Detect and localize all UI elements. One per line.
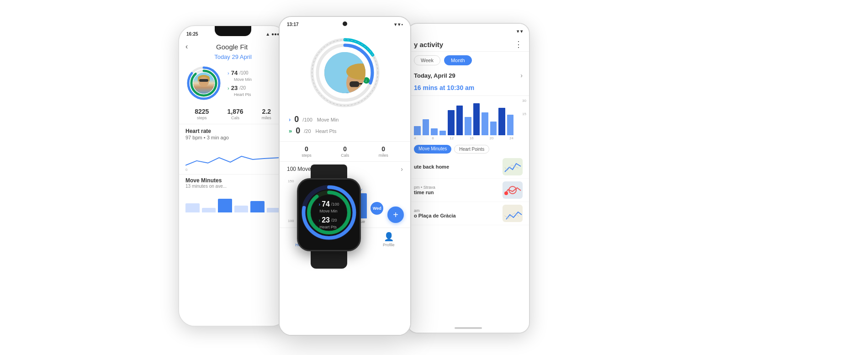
center-heart-pts-row: » 0 /20 Heart Pts <box>289 126 401 136</box>
right-filter-tabs: Move Minutes Heart Points <box>408 143 529 155</box>
center-heart-val: 0 <box>296 126 300 136</box>
cals-label: Cals <box>228 116 243 120</box>
svg-text:0: 0 <box>185 168 188 172</box>
activity-info-2: pm • Strava time run <box>414 185 499 195</box>
center-cals-value: 0 <box>341 145 349 153</box>
right-activity-detail: 16 mins at 10:30 am <box>408 82 529 96</box>
right-x-labels: 4 8 12 16 20 24 <box>414 135 523 140</box>
right-bars-container <box>414 99 523 135</box>
miles-value: 2.2 <box>262 108 271 115</box>
center-steps-value: 0 <box>302 145 312 153</box>
right-bar-4 <box>439 131 446 135</box>
tab-month[interactable]: Month <box>444 55 472 65</box>
activity-name-3: o Plaça de Gràcia <box>414 213 499 218</box>
activity-time-3: am <box>414 208 499 213</box>
smartwatch-device: › 74 /100 Move Min › 23 /20 Heart Pts <box>288 164 370 265</box>
right-bar-6 <box>456 106 463 135</box>
right-y-labels: 30 15 <box>522 99 526 116</box>
activity-item-1[interactable]: ute back home <box>408 155 529 179</box>
watch-heart-pts: › 23 /20 <box>319 216 339 224</box>
right-activity-list: ute back home pm • Strava time run <box>408 155 529 225</box>
move-min-max: /100 <box>239 70 248 75</box>
add-activity-button[interactable]: + <box>387 207 404 223</box>
activity-name-2: time run <box>414 190 499 195</box>
right-x-label-12: 12 <box>450 136 454 140</box>
center-wed-circle: Wed <box>370 202 383 215</box>
right-status-bar: ▾ ▾ <box>408 24 529 36</box>
right-x-label-20: 20 <box>489 136 493 140</box>
right-menu-icon[interactable]: ⋮ <box>514 39 523 49</box>
center-miles-metric: 0 miles <box>379 145 388 158</box>
watch-body: › 74 /100 Move Min › 23 /20 Heart Pts <box>297 178 361 251</box>
svg-point-27 <box>504 191 508 195</box>
iphone-line-chart: 0 <box>185 145 281 172</box>
center-metrics: 0 steps 0 Cals 0 miles <box>280 142 410 162</box>
cals-metric: 1,876 Cals <box>228 108 243 120</box>
move-min-sub: 13 minutes on ave... <box>185 184 281 189</box>
right-bar-5 <box>448 110 455 135</box>
watch-heart-val: 23 <box>322 216 330 224</box>
heart-pts-max: /20 <box>239 85 246 90</box>
right-x-label-24: 24 <box>509 136 513 140</box>
iphone-ring-avatar <box>193 73 214 94</box>
right-screen: y activity ⋮ Week Month Today, April 29 … <box>408 36 529 333</box>
watch-heart-label: Heart Pts <box>320 225 339 229</box>
iphone-bar-4 <box>234 206 249 212</box>
right-y-30: 30 <box>522 99 526 103</box>
tab-week[interactable]: Week <box>414 55 440 65</box>
right-signal: ▾ ▾ <box>517 29 523 34</box>
svg-rect-17 <box>349 81 359 87</box>
iphone-bar-1 <box>185 203 200 212</box>
iphone-move-minutes-section: Move Minutes 13 minutes on ave... <box>179 174 287 191</box>
move-min-value: 74 <box>231 69 238 76</box>
back-icon[interactable]: ‹ <box>185 42 188 51</box>
activity-item-3[interactable]: am o Plaça de Gràcia <box>408 202 529 225</box>
center-cals-metric: 0 Cals <box>341 145 349 158</box>
watch-screen: › 74 /100 Move Min › 23 /20 Heart Pts <box>298 180 360 250</box>
iphone-screen: ‹ Google Fit Today 29 April <box>179 39 287 326</box>
center-move-label: Move Min <box>317 117 339 122</box>
watch-move-label: Move Min <box>320 209 339 213</box>
steps-label: steps <box>195 116 209 120</box>
filter-move-minutes[interactable]: Move Minutes <box>414 145 451 154</box>
right-bar-7 <box>465 117 471 135</box>
nav-profile[interactable]: 👤 Profile <box>383 232 395 247</box>
center-camera <box>343 21 347 26</box>
iphone-bar-2 <box>202 208 216 212</box>
right-android-device: ▾ ▾ y activity ⋮ Week Month Today, April… <box>407 23 530 334</box>
right-bar-chart: 4 8 12 16 20 24 30 15 <box>408 96 529 143</box>
profile-icon: 👤 <box>384 232 394 242</box>
right-tabs: Week Month <box>408 52 529 69</box>
watch-strap-bot <box>311 251 347 269</box>
heart-pts-value: 23 <box>231 85 238 91</box>
center-heart-denom: /20 <box>304 128 311 134</box>
heart-pts-arrow: › <box>228 85 229 91</box>
iphone-notch <box>215 26 251 36</box>
right-chevron[interactable]: › <box>520 72 523 79</box>
app-title: Google Fit <box>192 43 271 51</box>
map-thumb-1 <box>503 158 523 175</box>
center-heart-arrow: » <box>289 127 292 134</box>
right-bar-2 <box>423 119 429 135</box>
right-bar-12 <box>507 115 514 135</box>
center-steps-label: steps <box>302 153 312 158</box>
iphone-bar-5 <box>250 201 265 212</box>
activity-info-3: am o Plaça de Gràcia <box>414 208 499 218</box>
right-x-label-16: 16 <box>470 136 474 140</box>
right-title: y activity <box>414 41 443 48</box>
right-date: Today, April 29 <box>414 72 455 79</box>
move-min-arrow: › <box>228 70 229 76</box>
iphone-date: Today 29 April <box>179 53 287 60</box>
steps-value: 8225 <box>195 108 209 115</box>
watch-move-val: 74 <box>322 200 330 208</box>
move-min-section-title: Move Minutes <box>185 177 281 184</box>
watch-move-arrow: › <box>319 201 321 207</box>
nav-profile-label: Profile <box>383 243 395 247</box>
watch-move-denom: /100 <box>331 202 339 207</box>
heart-rate-value: 97 bpm • 3 min ago <box>185 135 281 140</box>
filter-heart-points[interactable]: Heart Points <box>454 145 489 154</box>
activity-item-2[interactable]: pm • Strava time run <box>408 179 529 202</box>
svg-rect-24 <box>503 158 523 175</box>
watch-heart-denom: /20 <box>331 218 337 223</box>
iphone-heart-section: Heart rate 97 bpm • 3 min ago <box>179 124 287 142</box>
